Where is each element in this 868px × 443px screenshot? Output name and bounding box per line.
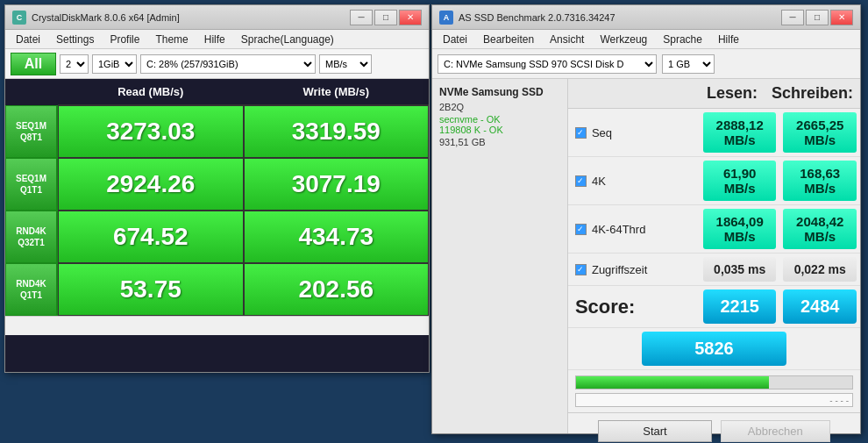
asssd-row-4k64: ✓ 4K-64Thrd 1864,09 MB/s 2048,42 MB/s <box>568 205 860 254</box>
asssd-lesen-zugriffszeit: 0,035 ms <box>703 257 777 282</box>
asssd-results: Lesen: Schreiben: ✓ Seq 2888,12 MB/s 266… <box>568 79 860 433</box>
cdm-menu-bar: Datei Settings Profile Theme Hilfe Sprac… <box>5 30 429 49</box>
asssd-col-headers: Lesen: Schreiben: <box>568 79 860 109</box>
asssd-checkbox-4k64[interactable]: ✓ <box>575 224 587 235</box>
cdm-window: C CrystalDiskMark 8.0.6 x64 [Admin] ─ □ … <box>4 4 430 373</box>
asssd-capacity: 931,51 GB <box>439 137 560 147</box>
cdm-read-0: 3273.03 <box>58 105 244 158</box>
asssd-menu-werkzeug[interactable]: Werkzeug <box>593 32 654 47</box>
asssd-menu-bearbeiten[interactable]: Bearbeiten <box>476 32 541 47</box>
cdm-title: CrystalDiskMark 8.0.6 x64 [Admin] <box>32 12 350 23</box>
cdm-minimize-button[interactable]: ─ <box>350 10 373 25</box>
asssd-menu-datei[interactable]: Datei <box>436 32 474 47</box>
asssd-row-4k: ✓ 4K 61,90 MB/s 168,63 MB/s <box>568 157 860 205</box>
asssd-row-label-4k: ✓ 4K <box>568 169 700 193</box>
cdm-write-3: 202.56 <box>244 263 430 316</box>
cdm-icon: C <box>12 11 26 25</box>
asssd-toolbar: C: NVMe Samsung SSD 970 SCSI Disk D 1 GB <box>432 49 860 79</box>
asssd-lesen-seq: 2888,12 MB/s <box>703 112 777 153</box>
asssd-checkbox-zugriffszeit[interactable]: ✓ <box>575 264 587 275</box>
asssd-size-status: 119808 K - OK <box>439 125 560 135</box>
asssd-checkbox-4k[interactable]: ✓ <box>575 175 587 187</box>
asssd-maximize-button[interactable]: □ <box>806 10 829 25</box>
cdm-row-label-3: RND4K Q1T1 <box>5 263 58 316</box>
cdm-drive-select[interactable]: C: 28% (257/931GiB) <box>140 54 316 74</box>
asssd-window: A AS SSD Benchmark 2.0.7316.34247 ─ □ ✕ … <box>431 4 861 434</box>
asssd-progress-section: - - - - <box>568 370 860 413</box>
asssd-total-score: 5826 <box>642 332 786 366</box>
cdm-menu-settings[interactable]: Settings <box>49 32 101 47</box>
cdm-toolbar: All 2 1GiB C: 28% (257/931GiB) MB/s <box>5 49 429 79</box>
cdm-close-button[interactable]: ✕ <box>399 10 422 25</box>
cdm-menu-profile[interactable]: Profile <box>103 32 146 47</box>
cdm-row-label-0: SEQ1M Q8T1 <box>5 105 58 158</box>
asssd-window-controls: ─ □ ✕ <box>781 10 853 25</box>
cdm-row-label-1: SEQ1M Q1T1 <box>5 158 58 211</box>
asssd-score-schreiben: 2484 <box>783 289 857 324</box>
asssd-schreiben-header: Schreiben: <box>765 79 860 108</box>
asssd-drive-info: NVMe Samsung SSD 2B2Q secnvme - OK 11980… <box>432 79 568 433</box>
cdm-window-controls: ─ □ ✕ <box>350 10 422 25</box>
cdm-row-label-2: RND4K Q32T1 <box>5 211 58 263</box>
cdm-status-bar <box>5 316 429 335</box>
asssd-total-score-row: 5826 <box>568 328 860 370</box>
asssd-secnvme-status: secnvme - OK <box>439 114 560 125</box>
asssd-content: NVMe Samsung SSD 2B2Q secnvme - OK 11980… <box>432 79 860 433</box>
asssd-schreiben-4k64: 2048,42 MB/s <box>783 209 857 249</box>
asssd-lesen-4k: 61,90 MB/s <box>703 161 777 201</box>
cdm-corner <box>5 79 58 105</box>
asssd-drive-model: 2B2Q <box>439 102 560 112</box>
asssd-schreiben-zugriffszeit: 0,022 ms <box>783 257 857 282</box>
asssd-score-lesen: 2215 <box>703 289 777 324</box>
asssd-title: AS SSD Benchmark 2.0.7316.34247 <box>459 12 781 23</box>
asssd-row-label-seq: ✓ Seq <box>568 121 700 145</box>
asssd-row-label-4k64: ✓ 4K-64Thrd <box>568 218 700 241</box>
cdm-menu-sprache[interactable]: Sprache(Language) <box>234 32 341 47</box>
cdm-write-2: 434.73 <box>244 211 430 263</box>
asssd-progress-bar-inner <box>576 376 770 389</box>
cdm-maximize-button[interactable]: □ <box>374 10 397 25</box>
asssd-button-row: Start Abbrechen <box>568 413 860 443</box>
asssd-icon: A <box>439 11 453 25</box>
cdm-menu-hilfe[interactable]: Hilfe <box>197 32 232 47</box>
asssd-close-button[interactable]: ✕ <box>830 10 853 25</box>
asssd-row-seq: ✓ Seq 2888,12 MB/s 2665,25 MB/s <box>568 109 860 157</box>
cdm-unit-select[interactable]: MB/s <box>319 54 372 74</box>
cdm-results-grid: Read (MB/s) Write (MB/s) SEQ1M Q8T1 3273… <box>5 79 429 372</box>
cdm-menu-theme[interactable]: Theme <box>148 32 195 47</box>
cdm-write-header: Write (MB/s) <box>244 79 430 105</box>
asssd-empty-header <box>568 79 700 108</box>
cdm-size-select[interactable]: 1GiB <box>92 54 137 74</box>
asssd-abort-button[interactable]: Abbrechen <box>721 420 830 442</box>
asssd-menu-bar: Datei Bearbeiten Ansicht Werkzeug Sprach… <box>432 30 860 49</box>
cdm-read-2: 674.52 <box>58 211 244 263</box>
asssd-size-select[interactable]: 1 GB <box>662 54 715 74</box>
cdm-write-0: 3319.59 <box>244 105 430 158</box>
asssd-progress-bar-outer <box>575 375 853 389</box>
asssd-titlebar: A AS SSD Benchmark 2.0.7316.34247 ─ □ ✕ <box>432 5 860 30</box>
asssd-minimize-button[interactable]: ─ <box>781 10 804 25</box>
cdm-read-header: Read (MB/s) <box>58 79 244 105</box>
asssd-score-label: Score: <box>568 289 700 325</box>
cdm-all-button[interactable]: All <box>11 53 56 75</box>
asssd-row-zugriffszeit: ✓ Zugriffszeit 0,035 ms 0,022 ms <box>568 254 860 286</box>
asssd-menu-ansicht[interactable]: Ansicht <box>543 32 591 47</box>
cdm-menu-datei[interactable]: Datei <box>9 32 47 47</box>
cdm-read-1: 2924.26 <box>58 158 244 211</box>
cdm-titlebar: C CrystalDiskMark 8.0.6 x64 [Admin] ─ □ … <box>5 5 429 30</box>
asssd-lesen-header: Lesen: <box>700 79 765 108</box>
cdm-write-1: 3077.19 <box>244 158 430 211</box>
asssd-lesen-4k64: 1864,09 MB/s <box>703 209 777 249</box>
asssd-row-label-zugriffszeit: ✓ Zugriffszeit <box>568 258 700 282</box>
asssd-schreiben-seq: 2665,25 MB/s <box>783 112 857 153</box>
asssd-progress-dots: - - - - <box>575 393 853 407</box>
asssd-menu-hilfe[interactable]: Hilfe <box>711 32 746 47</box>
asssd-start-button[interactable]: Start <box>598 420 711 442</box>
asssd-score-row: Score: 2215 2484 <box>568 286 860 328</box>
asssd-menu-sprache[interactable]: Sprache <box>656 32 709 47</box>
asssd-drive-name: NVMe Samsung SSD <box>439 86 560 98</box>
asssd-drive-select[interactable]: C: NVMe Samsung SSD 970 SCSI Disk D <box>438 54 657 74</box>
asssd-checkbox-seq[interactable]: ✓ <box>575 127 587 139</box>
asssd-schreiben-4k: 168,63 MB/s <box>783 161 857 201</box>
cdm-runs-select[interactable]: 2 <box>60 54 89 74</box>
